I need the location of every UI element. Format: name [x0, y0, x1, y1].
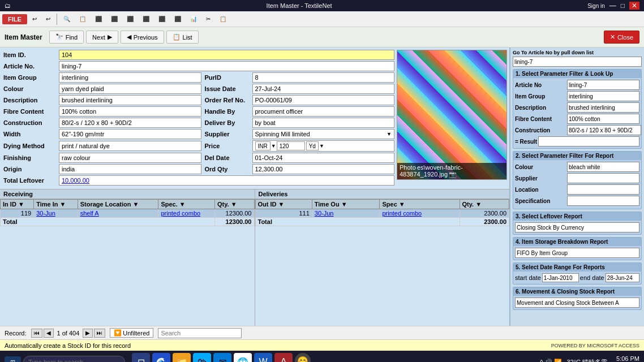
price-amount[interactable]: 120 — [277, 141, 305, 150]
tb-btn9[interactable]: 📊 — [186, 14, 201, 24]
issue-date-value[interactable]: 27-Jul-24 — [252, 84, 395, 94]
tb-btn5[interactable]: ⬛ — [123, 14, 138, 24]
s2-location-select[interactable] — [567, 184, 639, 195]
app-word[interactable]: W — [254, 353, 272, 362]
nav-prev-button[interactable]: ◀ — [44, 329, 54, 338]
s1-description-select[interactable]: brushed interlining — [567, 102, 639, 113]
total-leftover-value[interactable]: 10,000.00 — [59, 175, 394, 186]
s2-colour-select[interactable]: bleach white — [567, 162, 639, 172]
go-to-select[interactable]: lining-7 — [513, 57, 642, 67]
s1-itemgroup-select[interactable]: interlining — [567, 91, 639, 101]
nav-next-button[interactable]: ▶ — [83, 329, 93, 338]
close-button[interactable]: ✕ Close — [604, 31, 639, 44]
fibre-content-value[interactable]: 100% cotton — [59, 106, 201, 117]
col-out-id[interactable]: Out ID ▼ — [255, 200, 312, 209]
restore-button[interactable]: □ — [621, 2, 625, 10]
del-total-qty: 2300.00 — [460, 218, 509, 226]
nav-last-button[interactable]: ⏭ — [94, 329, 105, 338]
ord-qty-value[interactable]: 12,300.00 — [252, 164, 395, 174]
app-folder[interactable]: 📁 — [173, 353, 191, 362]
start-date-label: start date — [515, 274, 541, 281]
search-input[interactable] — [158, 328, 242, 338]
tb-btn7[interactable]: ⬛ — [154, 14, 169, 24]
taskbar-search[interactable] — [23, 356, 125, 362]
app-taskview[interactable]: ⊟ — [132, 353, 150, 362]
col-del-spec[interactable]: Spec ▼ — [380, 200, 460, 209]
s1-fibre-select[interactable]: 100% cotton — [567, 114, 639, 124]
section3-select[interactable]: Closing Stock By Currency — [515, 222, 639, 232]
col-spec[interactable]: Spec. ▼ — [158, 200, 215, 209]
table-row[interactable]: 111 30-Jun printed combo 2300.00 — [255, 209, 509, 218]
supplier-dropdown-icon[interactable]: ▼ — [387, 131, 392, 137]
close-window-button[interactable]: ✕ — [629, 2, 639, 10]
title-bar-controls-right[interactable]: Sign in — □ ✕ — [587, 2, 639, 10]
section2-title: 2. Select Parameter Filter For Report — [513, 152, 641, 160]
app-edge[interactable]: 🌊 — [152, 353, 170, 362]
app-other[interactable]: 😊 — [295, 353, 311, 362]
tb-btn2[interactable]: 📋 — [75, 14, 90, 24]
file-button[interactable]: FILE — [2, 14, 27, 24]
description-value[interactable]: brushed interlining — [59, 95, 201, 105]
col-del-qty[interactable]: Qty. ▼ — [460, 200, 509, 209]
price-row[interactable]: INR ▼ 120 Yd ▼ — [252, 140, 395, 152]
previous-button[interactable]: ◀ Previous — [121, 31, 164, 44]
origin-value[interactable]: india — [59, 164, 201, 174]
unfiltered-button[interactable]: 🔽 Unfiltered — [110, 328, 153, 338]
order-ref-value[interactable]: PO-00061/09 — [252, 95, 395, 105]
col-in-id[interactable]: In ID ▼ — [1, 200, 34, 209]
photo-icon[interactable]: 📷 — [449, 171, 457, 178]
tb-btn11[interactable]: 📋 — [216, 14, 230, 24]
tb-btn10[interactable]: ✂ — [202, 14, 214, 24]
app-mail[interactable]: ✉ — [213, 353, 231, 362]
list-button[interactable]: 📋 List — [166, 31, 199, 44]
col-storage-location[interactable]: Storage Location ▼ — [78, 200, 158, 209]
app-chrome[interactable]: 🌐 — [234, 353, 252, 362]
start-button[interactable]: ⊞ — [5, 356, 21, 363]
supplier-value[interactable]: Spinning Mill limited ▼ — [252, 129, 395, 139]
col-time-in[interactable]: Time In ▼ — [34, 200, 78, 209]
item-group-value[interactable]: interlining — [59, 72, 201, 83]
nav-first-button[interactable]: ⏮ — [31, 329, 42, 338]
table-row[interactable]: 119 30-Jun shelf A printed combo 12300.0… — [1, 209, 255, 218]
width-value[interactable]: 62"-190 gm/mtr — [59, 129, 201, 139]
section6-select[interactable]: Movement and Closing Stock Between A — [515, 298, 639, 308]
s1-article-select[interactable]: lining-7 — [567, 80, 639, 90]
minimize-button[interactable]: — — [609, 2, 616, 10]
s2-specification-select[interactable] — [567, 196, 639, 206]
del-date-value[interactable]: 01-Oct-24 — [252, 153, 395, 163]
colour-value[interactable]: yarn dyed plaid — [59, 84, 201, 94]
handle-by-value[interactable]: procument officer — [252, 106, 395, 117]
app-access[interactable]: A — [274, 353, 293, 362]
find-button[interactable]: 🔭 Find — [49, 31, 84, 44]
tb-redo[interactable]: ↩ — [42, 14, 54, 24]
article-no-value[interactable]: lining-7 — [59, 61, 394, 71]
tb-btn8[interactable]: ⬛ — [170, 14, 185, 24]
s2-row-colour: Colour bleach white — [515, 162, 639, 172]
s1-construction-select[interactable]: 80/2-s / 120 x 80 + 90D/2 — [567, 125, 641, 135]
tb-btn4[interactable]: ⬛ — [107, 14, 122, 24]
col-qty[interactable]: Qty. ▼ — [215, 200, 254, 209]
deliver-by-value[interactable]: by boat — [252, 118, 395, 128]
tb-btn6[interactable]: ⬛ — [139, 14, 153, 24]
tb-undo[interactable]: ↩ — [28, 14, 41, 24]
construction-value[interactable]: 80/2-s / 120 x 80 + 90D/2 — [59, 118, 201, 128]
s1-result-select[interactable] — [538, 136, 639, 146]
s2-supplier-select[interactable] — [567, 173, 639, 183]
pur-id-value[interactable]: 8 — [252, 72, 395, 83]
app-store[interactable]: 🛍 — [193, 353, 211, 362]
next-button[interactable]: Next ▶ — [86, 31, 118, 44]
price-currency[interactable]: INR — [255, 141, 271, 150]
tb-btn3[interactable]: ⬛ — [91, 14, 106, 24]
tb-btn1[interactable]: 🔍 — [59, 14, 74, 24]
start-date-input[interactable] — [542, 273, 579, 282]
nav-controls[interactable]: ⏮ ◀ 1 of 404 ▶ ⏭ — [31, 329, 106, 338]
end-date-input[interactable] — [606, 273, 639, 282]
section4-select[interactable]: FIFO By Item Group — [515, 248, 639, 258]
currency-dropdown[interactable]: ▼ — [271, 143, 276, 149]
unit-dropdown[interactable]: ▼ — [319, 143, 324, 149]
item-id-value[interactable]: 104 — [59, 50, 394, 60]
col-time-out[interactable]: Time Ou ▼ — [312, 200, 380, 209]
finishing-value[interactable]: raw colour — [59, 153, 201, 163]
dying-method-value[interactable]: print / natural dye — [59, 141, 201, 151]
price-unit[interactable]: Yd — [306, 141, 319, 150]
